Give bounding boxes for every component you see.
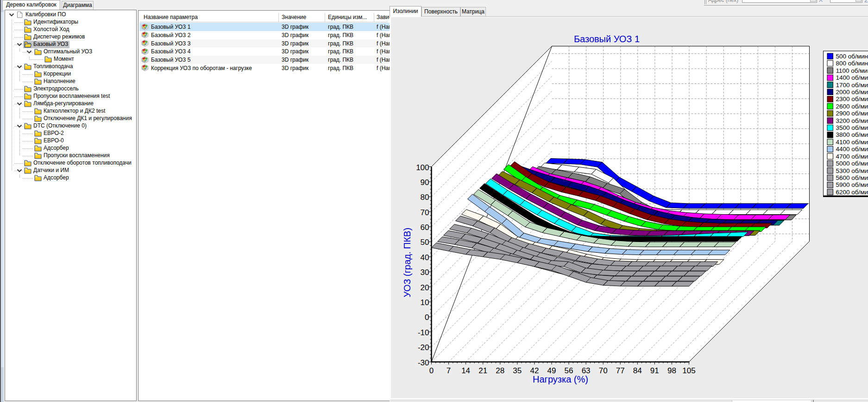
svg-text:105: 105: [682, 366, 695, 375]
svg-text:50: 50: [421, 238, 429, 247]
svg-text:91: 91: [650, 366, 659, 375]
svg-text:80: 80: [421, 193, 429, 202]
svg-text:УОЗ (град. ПКВ): УОЗ (град. ПКВ): [402, 228, 412, 297]
svg-text:Нагрузка (%): Нагрузка (%): [533, 374, 588, 384]
svg-text:100: 100: [416, 163, 429, 172]
svg-text:2300 об/мин: 2300 об/мин: [836, 96, 868, 102]
svg-text:5900 об/мин: 5900 об/мин: [836, 181, 868, 188]
svg-text:3800 об/мин: 3800 об/мин: [836, 131, 868, 138]
svg-text:-10: -10: [418, 328, 429, 337]
svg-text:42: 42: [530, 366, 539, 375]
svg-text:-30: -30: [418, 358, 429, 367]
svg-text:800 об/мин: 800 об/мин: [836, 60, 868, 67]
svg-text:Базовый УОЗ 1: Базовый УОЗ 1: [574, 34, 640, 44]
svg-text:2900 об/мин: 2900 об/мин: [836, 110, 868, 117]
svg-text:4700 об/мин: 4700 об/мин: [836, 153, 868, 160]
svg-text:0: 0: [425, 313, 429, 322]
svg-text:5600 об/мин: 5600 об/мин: [836, 174, 868, 181]
svg-text:-20: -20: [418, 343, 429, 352]
svg-text:84: 84: [633, 366, 642, 375]
svg-text:70: 70: [421, 208, 429, 217]
svg-text:35: 35: [513, 366, 522, 375]
svg-text:4400 об/мин: 4400 об/мин: [836, 146, 868, 153]
svg-text:1700 об/мин: 1700 об/мин: [836, 82, 868, 89]
svg-text:60: 60: [421, 223, 429, 232]
svg-text:4100 об/мин: 4100 об/мин: [836, 139, 868, 146]
svg-text:77: 77: [616, 366, 625, 375]
svg-text:6200 об/мин: 6200 об/мин: [836, 189, 868, 196]
svg-text:30: 30: [421, 268, 429, 277]
svg-text:1100 об/мин: 1100 об/мин: [836, 67, 868, 74]
svg-text:14: 14: [461, 366, 470, 375]
svg-text:5000 об/мин: 5000 об/мин: [836, 160, 868, 167]
svg-text:28: 28: [496, 366, 504, 375]
svg-text:10: 10: [421, 298, 429, 307]
svg-text:90: 90: [421, 178, 429, 187]
svg-text:2000 об/мин: 2000 об/мин: [836, 89, 868, 96]
svg-text:49: 49: [547, 366, 556, 375]
svg-text:3500 об/мин: 3500 об/мин: [836, 124, 868, 131]
svg-text:40: 40: [421, 253, 429, 262]
svg-text:7: 7: [447, 366, 451, 375]
svg-text:98: 98: [667, 366, 676, 375]
svg-text:500 об/мин: 500 об/мин: [836, 53, 868, 60]
svg-text:3200 об/мин: 3200 об/мин: [836, 117, 868, 124]
svg-text:70: 70: [599, 366, 608, 375]
svg-text:56: 56: [565, 366, 573, 375]
svg-text:63: 63: [582, 366, 591, 375]
svg-text:20: 20: [421, 283, 429, 292]
svg-text:0: 0: [429, 366, 434, 375]
svg-text:2600 об/мин: 2600 об/мин: [836, 103, 868, 110]
svg-text:5300 об/мин: 5300 об/мин: [836, 167, 868, 174]
svg-text:1400 об/мин: 1400 об/мин: [836, 74, 868, 81]
svg-text:21: 21: [478, 366, 487, 375]
